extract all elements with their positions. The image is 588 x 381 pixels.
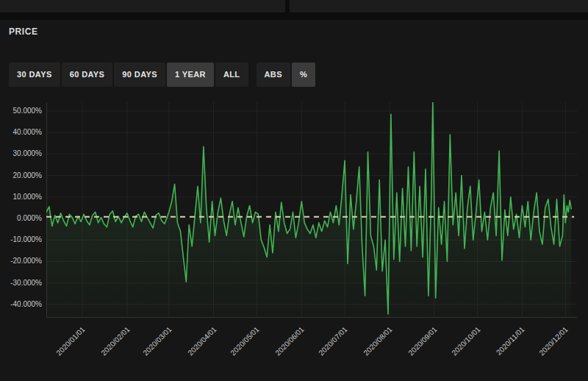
mode-button-group: ABS%: [257, 63, 318, 87]
y-tick-label: 50.000%: [0, 107, 42, 115]
top-widget-right: [290, 0, 588, 13]
price-panel: PRICE 30 DAYS60 DAYS90 DAYS1 YEARALL ABS…: [0, 20, 588, 381]
range-button-90-days[interactable]: 90 DAYS: [114, 63, 165, 87]
y-tick-label: -10.000%: [0, 235, 42, 244]
range-button-group: 30 DAYS60 DAYS90 DAYS1 YEARALL: [9, 63, 250, 87]
price-change-chart[interactable]: 50.000%40.000%30.000%20.000%10.000%0.000…: [0, 93, 588, 381]
y-tick-label: -30.000%: [0, 279, 42, 288]
chart-toolbar: 30 DAYS60 DAYS90 DAYS1 YEARALL ABS%: [9, 63, 317, 87]
y-tick-label: -40.000%: [0, 300, 42, 309]
panel-title: PRICE: [9, 26, 38, 37]
y-tick-label: 20.000%: [0, 171, 42, 180]
range-button-60-days[interactable]: 60 DAYS: [62, 63, 113, 87]
y-tick-label: 0.000%: [0, 214, 42, 223]
mode-button-abs[interactable]: ABS: [257, 63, 290, 87]
range-button-30-days[interactable]: 30 DAYS: [9, 63, 60, 87]
range-button-all[interactable]: ALL: [215, 63, 248, 87]
top-widget-left: [0, 0, 285, 13]
y-tick-label: 30.000%: [0, 149, 42, 158]
chart-plot-area[interactable]: [46, 102, 577, 318]
x-axis-labels: 2020/01/012020/02/012020/03/012020/04/01…: [46, 318, 577, 377]
y-tick-label: 40.000%: [0, 128, 42, 137]
y-tick-label: -20.000%: [0, 257, 42, 266]
mode-button--[interactable]: %: [292, 63, 315, 87]
range-button-1-year[interactable]: 1 YEAR: [167, 63, 214, 87]
y-tick-label: 10.000%: [0, 193, 42, 202]
